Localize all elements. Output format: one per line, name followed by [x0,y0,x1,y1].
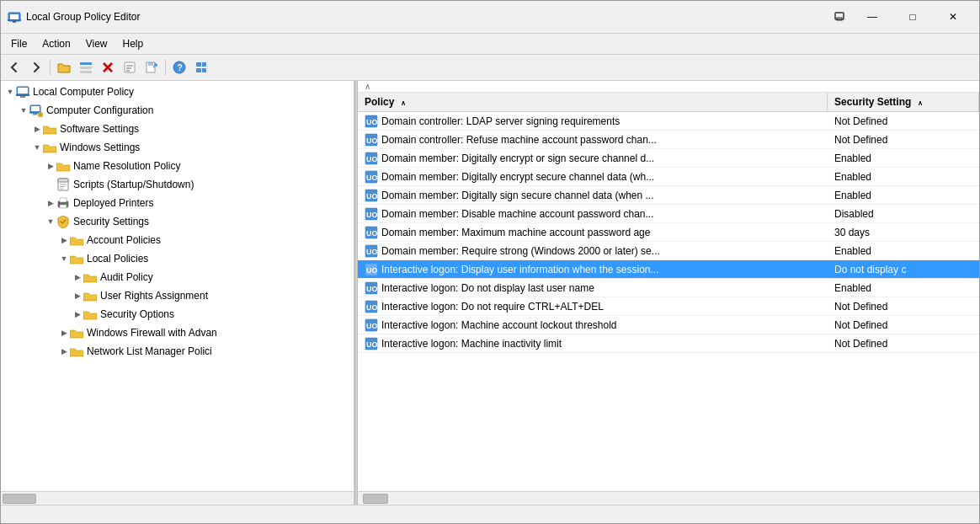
list-row[interactable]: UO Interactive logon: Do not display las… [358,279,979,297]
list-row[interactable]: UO Domain member: Digitally sign secure … [358,186,979,205]
expand-computer-config[interactable]: ▼ [18,104,29,116]
tree-item-software-settings[interactable]: ▶ Software Settings [1,120,354,138]
tree-item-user-rights[interactable]: ▶ User Rights Assignment [1,286,354,305]
list-row[interactable]: UO Domain member: Disable machine accoun… [358,205,979,223]
back-button[interactable] [4,57,24,78]
printer-icon [56,196,70,210]
tree-item-audit-policy[interactable]: ▶ Audit Policy [1,268,354,286]
details-button[interactable] [76,57,96,78]
expand-software-settings[interactable]: ▶ [31,123,43,135]
properties-button[interactable] [120,57,140,78]
list-row[interactable]: UO Interactive logon: Machine account lo… [358,316,979,334]
title-bar: Local Group Policy Editor — □ ✕ [1,1,979,34]
svg-text:UO: UO [366,229,378,238]
svg-text:UO: UO [366,211,378,219]
list-row[interactable]: UO Interactive logon: Machine inactivity… [358,334,979,353]
list-cell-policy: UO Domain member: Maximum machine accoun… [358,223,828,241]
tree-item-account-policies[interactable]: ▶ Account Policies [1,231,354,249]
help-button[interactable]: ? [169,57,189,78]
row-icon: UO [365,115,378,128]
expand-deployed-printers[interactable]: ▶ [45,197,56,209]
svg-rect-26 [20,96,25,98]
maximize-button[interactable]: □ [893,6,932,28]
minimize-button[interactable]: — [853,6,892,28]
svg-text:UO: UO [366,192,378,201]
list-cell-policy: UO Domain member: Disable machine accoun… [358,205,828,222]
expand-security-settings[interactable]: ▼ [45,216,56,227]
tree-item-computer-configuration[interactable]: ▼ Computer Configuration [1,101,354,120]
tree-panel: ▼ Local Computer Policy ▼ [1,81,354,505]
tree-item-local-policies[interactable]: ▼ Local Policies [1,249,354,268]
svg-rect-2 [8,19,21,21]
menu-file[interactable]: File [4,35,34,52]
close-button[interactable]: ✕ [934,6,972,28]
expand-security-options[interactable]: ▶ [72,308,83,320]
list-row[interactable]: UO Domain controller: Refuse machine acc… [358,131,979,149]
tree-item-scripts[interactable]: ▶ Scripts (Startup/Shutdown) [1,175,354,194]
expand-windows-settings[interactable]: ▼ [31,142,43,153]
list-cell-security: 30 days [828,223,979,241]
delete-button[interactable] [98,57,118,78]
svg-text:UO: UO [366,285,378,293]
row-icon: UO [365,244,378,258]
svg-text:UO: UO [366,266,378,275]
expand-audit-policy[interactable]: ▶ [72,271,83,283]
tree-item-name-resolution[interactable]: ▶ Name Resolution Policy [1,157,354,175]
tree-item-local-computer-policy[interactable]: ▼ Local Computer Policy [1,83,354,101]
open-folder-button[interactable] [54,57,74,78]
list-cell-security-selected: Do not display c [828,260,979,278]
title-bar-left: Local Group Policy Editor [8,10,140,24]
tree-item-windows-settings[interactable]: ▼ Windows Settings [1,138,354,157]
column-header-policy[interactable]: Policy ∧ [358,93,828,111]
tree-label-audit-policy: Audit Policy [100,271,153,283]
forward-button[interactable] [26,57,46,78]
tree-item-security-settings[interactable]: ▼ Security Settings [1,212,354,231]
tree-label-account-policies: Account Policies [87,234,161,246]
list-row[interactable]: UO Interactive logon: Do not require CTR… [358,297,979,316]
menu-action[interactable]: Action [35,35,77,52]
list-scrollbar-x[interactable] [358,491,979,505]
svg-point-42 [66,203,67,205]
row-icon: UO [365,226,378,239]
list-row[interactable]: UO Domain member: Digitally encrypt or s… [358,149,979,168]
tree-item-windows-firewall[interactable]: ▶ Windows Firewall with Advan [1,323,354,342]
sort-indicator-area: ∧ [358,81,979,93]
list-row[interactable]: UO Domain controller: LDAP server signin… [358,112,979,131]
tree-scrollbar-x[interactable] [1,491,354,505]
column-header-security[interactable]: Security Setting ∧ [828,93,979,111]
list-row[interactable]: UO Domain member: Require strong (Window… [358,242,979,260]
list-row[interactable]: UO Domain member: Maximum machine accoun… [358,223,979,242]
security-settings-icon [56,215,70,228]
list-cell-security: Enabled [828,186,979,204]
expand-account-policies[interactable]: ▶ [58,234,70,246]
monitor-button[interactable] [829,6,851,28]
svg-rect-28 [31,106,40,111]
toolbar-separator-2 [165,59,166,76]
expand-user-rights[interactable]: ▶ [72,290,83,302]
row-icon: UO [365,133,378,147]
expand-local-computer[interactable]: ▼ [4,86,16,98]
tree-item-deployed-printers[interactable]: ▶ Deployed Printers [1,194,354,212]
menu-view[interactable]: View [79,35,115,52]
list-row[interactable]: UO Domain member: Digitally encrypt secu… [358,168,979,186]
view-toggle-button[interactable] [191,57,211,78]
tree-label-security-options: Security Options [100,308,174,320]
export-button[interactable] [141,57,162,78]
expand-local-policies[interactable]: ▼ [58,253,70,265]
folder-windows-icon [43,141,56,154]
svg-rect-16 [148,62,153,66]
list-cell-policy-selected: UO Interactive logon: Display user infor… [358,260,828,278]
tree-item-network-list[interactable]: ▶ Network List Manager Polici [1,342,354,361]
row-icon: UO [365,281,378,295]
row-icon: UO [365,152,378,165]
expand-network-list[interactable]: ▶ [58,345,70,357]
list-row-selected[interactable]: UO Interactive logon: Display user infor… [358,260,979,279]
expand-name-resolution[interactable]: ▶ [45,160,56,172]
list-cell-policy: UO Domain controller: Refuse machine acc… [358,131,828,148]
folder-software-icon [43,122,56,136]
menu-help[interactable]: Help [116,35,151,52]
expand-windows-firewall[interactable]: ▶ [58,327,70,339]
tree-item-security-options[interactable]: ▶ Security Options [1,305,354,323]
svg-text:UO: UO [366,118,378,126]
security-sort-arrow: ∧ [918,99,923,107]
